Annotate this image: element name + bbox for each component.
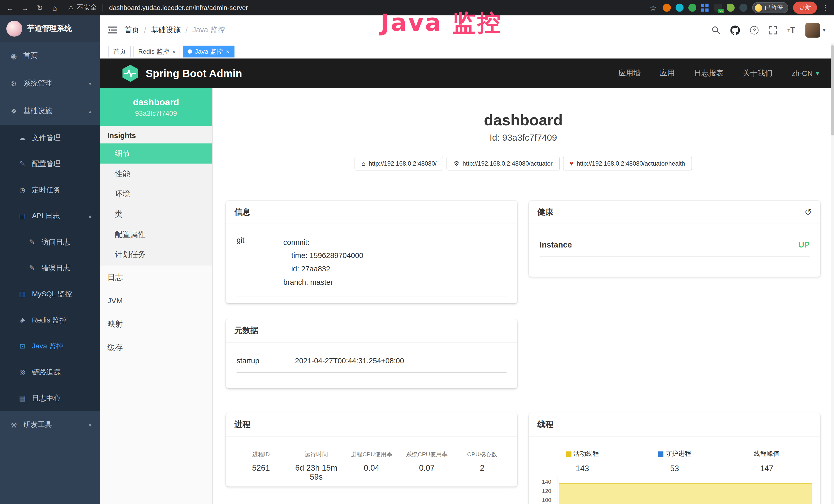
insights-group: Insights 细节 性能 环境 类 配置属性 计划任务: [100, 126, 212, 266]
app-logo[interactable]: 芋道管理系统: [0, 16, 100, 42]
avatar: [805, 23, 820, 38]
sba-menu-jvm[interactable]: JVM: [100, 289, 212, 312]
cloud-icon: ☁: [18, 134, 26, 142]
sba-brand[interactable]: Spring Boot Admin: [146, 67, 242, 79]
forward-icon[interactable]: →: [20, 3, 30, 12]
browser-toolbar-right: ☆ on 已暂停 更新 ⋮: [648, 2, 829, 14]
process-pid-col: 进程ID 5261: [234, 450, 289, 481]
active-threads-value: 143: [536, 464, 629, 473]
clock-icon: ◷: [18, 186, 26, 194]
sidebar-item-tracing[interactable]: ◎ 链路追踪: [0, 359, 100, 385]
sidebar-item-redis-monitor[interactable]: ◈ Redis 监控: [0, 307, 100, 333]
address-bar[interactable]: ⚠ 不安全 dashboard.yudao.iocoder.cn/infra/a…: [68, 3, 248, 12]
sidebar-item-java-monitor[interactable]: ⊡ Java 监控: [0, 333, 100, 359]
monitor-icon: ⊡: [18, 342, 26, 350]
daemon-threads-swatch: [658, 451, 663, 457]
instance-header[interactable]: dashboard 93a3fc7f7409: [100, 88, 212, 126]
sidebar-item-log-center[interactable]: ▤ 日志中心: [0, 385, 100, 411]
sba-menu-environment[interactable]: 环境: [100, 184, 212, 204]
sba-menu-details[interactable]: 细节: [100, 143, 212, 164]
database-icon: ▦: [18, 290, 26, 298]
tag-home[interactable]: 首页: [108, 46, 131, 58]
chevron-down-icon: ▾: [816, 70, 819, 77]
sba-menu-performance[interactable]: 性能: [100, 164, 212, 184]
sidebar-item-api-logs[interactable]: ▤ API 日志 ▴: [0, 203, 100, 229]
sidebar-item-cron-jobs[interactable]: ◷ 定时任务: [0, 177, 100, 203]
font-size-icon[interactable]: TT: [788, 26, 795, 34]
sidebar-item-access-logs[interactable]: ✎ 访问日志: [0, 229, 100, 255]
extension-icon-2[interactable]: [675, 4, 683, 12]
active-threads-area: [559, 483, 812, 504]
github-icon[interactable]: [730, 25, 740, 35]
health-card: 健康 ↺ Instance UP: [529, 201, 820, 277]
process-cpu-value: 0.04: [344, 463, 399, 472]
tag-redis-monitor[interactable]: Redis 监控 ×: [133, 46, 180, 58]
sidebar-item-infrastructure[interactable]: ❖ 基础设施 ▴: [0, 97, 100, 125]
instance-link-health[interactable]: ♥ http://192.168.0.2:48080/actuator/heal…: [563, 157, 692, 170]
sidebar-item-system-mgmt[interactable]: ⚙ 系统管理 ▾: [0, 70, 100, 97]
hamburger-icon[interactable]: [108, 26, 117, 34]
chevron-down-icon: ▾: [823, 27, 826, 33]
edit-doc-icon: ✎: [18, 160, 26, 168]
sidebar-item-file-mgmt[interactable]: ☁ 文件管理: [0, 125, 100, 151]
user-menu[interactable]: ▾: [805, 23, 826, 38]
sba-menu-logs[interactable]: 日志: [100, 266, 212, 289]
sba-nav-wallboard[interactable]: 应用墙: [618, 69, 641, 78]
wrench-icon: ⚙: [454, 160, 459, 167]
home-icon[interactable]: ⌂: [50, 3, 60, 12]
search-icon[interactable]: [711, 25, 721, 35]
sba-menu-classes[interactable]: 类: [100, 204, 212, 224]
extension-icon-1[interactable]: [663, 4, 671, 12]
chart-plot-area: [557, 477, 813, 504]
leaf-extension-icon[interactable]: [726, 4, 734, 12]
sba-menu-config-props[interactable]: 配置属性: [100, 224, 212, 245]
url-text: dashboard.yudao.iocoder.cn/infra/admin-s…: [109, 4, 248, 12]
on-badge: on: [718, 9, 724, 13]
chart-y-axis: 140 120 100: [536, 477, 555, 504]
sidebar-item-error-logs[interactable]: ✎ 错误日志: [0, 255, 100, 281]
bookmark-star-icon[interactable]: ☆: [648, 3, 658, 12]
instance-link-home[interactable]: ⌂ http://192.168.0.2:48080/: [355, 157, 444, 170]
language-selector[interactable]: zh-CN ▾: [792, 69, 819, 77]
breadcrumb-infrastructure[interactable]: 基础设施: [151, 25, 181, 35]
reload-icon[interactable]: ↻: [35, 3, 45, 12]
system-cpu-col: 系统CPU使用率 0.07: [399, 450, 454, 481]
close-icon[interactable]: ×: [172, 48, 176, 55]
instance-link-actuator[interactable]: ⚙ http://192.168.0.2:48080/actuator: [447, 157, 559, 170]
tag-java-monitor[interactable]: Java 监控 ×: [183, 46, 234, 58]
extension-on-icon[interactable]: on: [714, 4, 722, 12]
fullscreen-icon[interactable]: [769, 26, 777, 34]
header-actions: ? TT ▾: [711, 23, 834, 38]
chevron-down-icon: ▾: [89, 81, 91, 86]
sba-menu-caches[interactable]: 缓存: [100, 336, 212, 359]
sba-nav-about[interactable]: 关于我们: [743, 69, 773, 78]
breadcrumb-current: Java 监控: [192, 25, 225, 35]
extension-grid-icon[interactable]: [701, 4, 709, 12]
threads-chart: 140 120 100: [536, 477, 813, 504]
history-icon[interactable]: ↺: [805, 207, 812, 217]
extension-icon-3[interactable]: [688, 4, 696, 12]
sba-nav-journal[interactable]: 日志报表: [694, 69, 724, 78]
help-icon[interactable]: ?: [750, 26, 759, 34]
sba-menu-scheduled-tasks[interactable]: 计划任务: [100, 245, 212, 265]
security-warning-icon[interactable]: ⚠: [68, 4, 74, 12]
scrollbar-thumb[interactable]: [831, 45, 834, 136]
sidebar-item-mysql-monitor[interactable]: ▦ MySQL 监控: [0, 281, 100, 307]
profile-sync-paused-chip[interactable]: 已暂停: [752, 2, 788, 13]
extension-icon-4[interactable]: [739, 4, 747, 12]
close-icon[interactable]: ×: [226, 48, 229, 55]
back-icon[interactable]: ←: [5, 3, 15, 12]
scrollbar[interactable]: [831, 43, 834, 504]
breadcrumb: 首页 / 基础设施 / Java 监控: [124, 25, 225, 35]
browser-update-button[interactable]: 更新: [793, 2, 817, 14]
sidebar-item-home[interactable]: ◉ 首页: [0, 42, 100, 70]
sba-menu-mappings[interactable]: 映射: [100, 312, 212, 336]
active-threads-swatch: [566, 451, 571, 457]
browser-menu-icon[interactable]: ⋮: [822, 4, 829, 12]
sidebar-item-config-mgmt[interactable]: ✎ 配置管理: [0, 151, 100, 177]
breadcrumb-home[interactable]: 首页: [124, 25, 139, 35]
main-column: 首页 / 基础设施 / Java 监控: [100, 16, 834, 504]
sba-nav-applications[interactable]: 应用: [660, 69, 675, 78]
sidebar-item-dev-tools[interactable]: ⚒ 研发工具 ▾: [0, 411, 100, 439]
divider: [103, 4, 103, 12]
